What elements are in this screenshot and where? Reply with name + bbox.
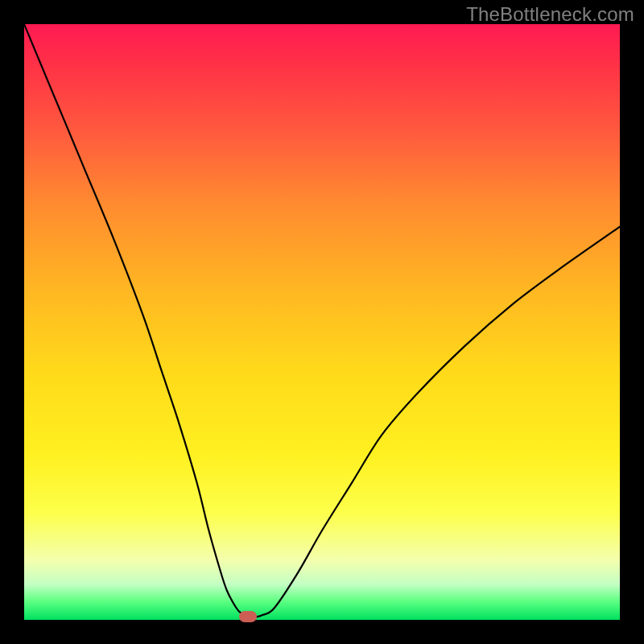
chart-plot-area [24,24,620,620]
optimal-point-marker [239,611,257,622]
watermark-text: TheBottleneck.com [466,3,634,26]
bottleneck-curve [24,24,620,620]
